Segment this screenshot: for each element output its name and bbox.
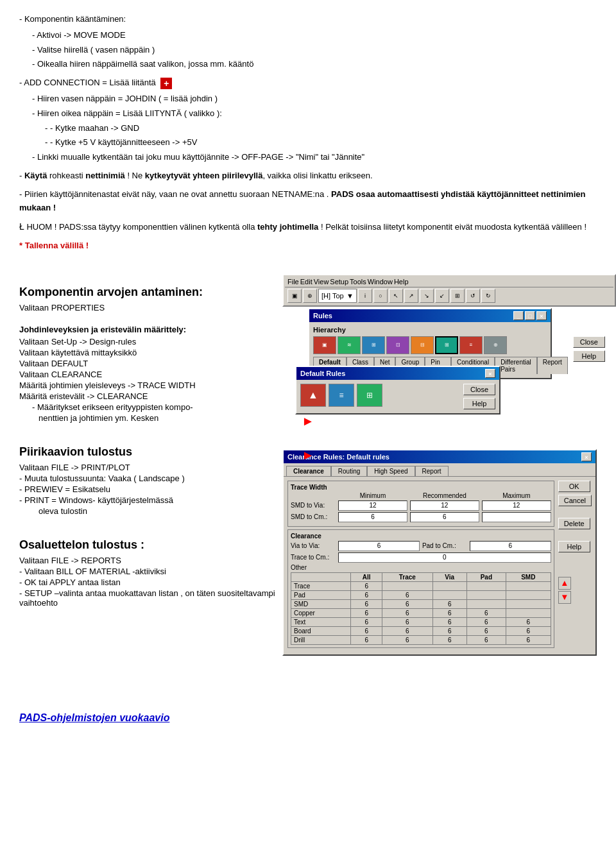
clearance-close-btn[interactable]: × — [581, 452, 592, 461]
ct-trace-smd — [506, 581, 551, 590]
tw-max-label: Maximum — [482, 492, 551, 499]
cl-trace-cm-label: Trace to Cm.: — [291, 554, 336, 561]
menu-edit[interactable]: Edit — [300, 278, 312, 286]
toolbar-btn-8[interactable]: ↙ — [435, 289, 449, 303]
clearance-label: Clearance — [291, 533, 551, 540]
turning-item-1: Aktivoi -> MOVE MODE — [32, 29, 597, 42]
default-rules-help-action-btn[interactable]: Help — [463, 398, 495, 409]
toolbar-btn-3[interactable]: i — [358, 289, 372, 303]
clearance-scroll-down-btn[interactable]: ▼ — [558, 591, 571, 604]
cl-trace-cm-input[interactable] — [338, 552, 551, 563]
clearance-ok-btn[interactable]: OK — [558, 481, 590, 492]
menu-window[interactable]: Window — [368, 278, 393, 286]
menu-setup[interactable]: Setup — [330, 278, 348, 286]
ct-smd-all: 6 — [351, 599, 382, 608]
ct-board-all: 6 — [351, 626, 382, 635]
hier-icon-3[interactable]: ⊞ — [362, 336, 385, 354]
menu-view[interactable]: View — [314, 278, 329, 286]
hier-icon-6[interactable]: ⊞ — [435, 336, 458, 354]
ct-h2: Trace — [382, 572, 433, 581]
ct-text-smd: 6 — [506, 617, 551, 626]
johdin-item-5: Määritä johtimien yleisleveys -> TRACE W… — [19, 380, 276, 390]
default-rules-close-btn[interactable]: × — [485, 369, 495, 378]
valitaan-properties: Valitaan PROPERTIES — [19, 303, 276, 312]
tw-smd-via-max[interactable] — [482, 500, 551, 511]
tw-smd-cm-label: SMD to Cm.: — [291, 513, 336, 520]
hier-icon-4[interactable]: ⊡ — [386, 336, 409, 354]
ct-h3: Via — [432, 572, 466, 581]
toolbar-btn-4[interactable]: ○ — [373, 289, 388, 303]
turning-section: - Komponentin kääntäminen: Aktivoi -> MO… — [19, 13, 597, 71]
dr-icon-3[interactable]: ⊞ — [357, 384, 382, 407]
hier-icon-7[interactable]: ≡ — [459, 336, 483, 354]
rules-maximize-btn[interactable]: □ — [525, 311, 535, 320]
left-column: Komponentin arvojen antaminen: Valitaan … — [19, 274, 276, 609]
clearance-body: Trace Width Minimum Recommended Maximum — [287, 481, 592, 651]
clearance-cancel-btn[interactable]: Cancel — [558, 495, 592, 506]
hier-icon-1[interactable]: ▣ — [313, 336, 336, 354]
menu-file[interactable]: File — [287, 278, 299, 286]
piirikaavio-item-3: - PREWIEV = Esikatselu — [19, 484, 276, 494]
johdin-item-1: Valitaan Set-Up -> Design-rules — [19, 337, 276, 346]
ct-trace-all: 6 — [351, 581, 382, 590]
clearance-scroll-up-btn[interactable]: ▲ — [558, 577, 571, 590]
tab-report[interactable]: Report — [537, 357, 568, 374]
menu-help[interactable]: Help — [394, 278, 409, 286]
dr-icon-2[interactable]: ≡ — [329, 384, 354, 407]
ct-copper-all: 6 — [351, 608, 382, 617]
hier-icon-8[interactable]: ⊕ — [484, 336, 507, 354]
ct-board-label: Board — [291, 626, 351, 635]
ct-copper-pad: 6 — [466, 608, 506, 617]
ct-pad-label: Pad — [291, 590, 351, 599]
clearance-section: Clearance Via to Via: Pad to Cm.: — [287, 529, 554, 648]
clearance-delete-btn[interactable]: Delete — [558, 518, 590, 529]
toolbar-btn-7[interactable]: ↘ — [420, 289, 434, 303]
tallenna-text: * Tallenna välillä ! — [19, 239, 597, 253]
dr-icon-1[interactable]: ▲ — [300, 384, 326, 407]
cl-pad-cm-input[interactable] — [470, 541, 551, 551]
default-rules-titlebar-btns: × — [485, 369, 495, 378]
footer-link[interactable]: PADS-ohjelmistojen vuokaavio — [19, 712, 597, 724]
rules-close-action-btn[interactable]: Close — [573, 336, 605, 348]
hier-icon-5[interactable]: ⊟ — [411, 336, 434, 354]
rules-close-btn[interactable]: × — [536, 311, 547, 320]
toolbar-btn-9[interactable]: ⊞ — [450, 289, 465, 303]
toolbar-btn-2[interactable]: ⊕ — [303, 289, 317, 303]
win-container: File Edit View Setup Tools Window Help ▣… — [282, 274, 616, 680]
hier-icon-2[interactable]: ≋ — [338, 336, 361, 354]
clearance-tab-routing[interactable]: Routing — [331, 466, 367, 476]
tw-smd-via-min[interactable] — [338, 500, 407, 511]
tab-diff-pairs[interactable]: Differential Pairs — [495, 357, 537, 374]
clearance-tab-report[interactable]: Report — [415, 466, 449, 476]
toolbar-btn-1[interactable]: ▣ — [287, 289, 302, 303]
tw-smd-cm-rec[interactable] — [410, 512, 479, 522]
tw-smd-via-rec[interactable] — [410, 500, 479, 511]
clearance-tab-clearance[interactable]: Clearance — [286, 466, 331, 476]
ct-trace-pad — [466, 581, 506, 590]
johdin-item-6: Määritä eristevälit -> CLEARANCE — [19, 391, 276, 401]
clearance-tab-highspeed[interactable]: High Speed — [367, 466, 415, 476]
johdin-item-8: nenttien ja johtimien ym. Kesken — [38, 413, 276, 423]
rules-minimize-btn[interactable]: _ — [513, 311, 524, 320]
toolbar-btn-6[interactable]: ↗ — [404, 289, 418, 303]
toolbar-btn-11[interactable]: ↻ — [481, 289, 495, 303]
tallenna-section: * Tallenna välillä ! — [19, 239, 597, 253]
ct-pad-trace: 6 — [382, 590, 433, 599]
tw-smd-cm-max[interactable] — [482, 512, 551, 522]
tw-rec-label: Recommended — [410, 492, 479, 499]
clearance-help-btn[interactable]: Help — [558, 541, 590, 552]
component-heading: Komponentin arvojen antaminen: — [19, 286, 276, 299]
ct-pad-via — [432, 590, 466, 599]
tw-smd-cm-min[interactable] — [338, 512, 407, 522]
toolbar-btn-5[interactable]: ↖ — [389, 289, 403, 303]
cl-via-via-input[interactable] — [338, 541, 420, 551]
toolbar-dropdown[interactable]: [H] Top ▼ — [318, 289, 357, 303]
rules-help-action-btn[interactable]: Help — [573, 350, 605, 362]
ct-board-trace: 6 — [382, 626, 433, 635]
default-rules-close-action-btn[interactable]: Close — [463, 384, 495, 395]
cl-pad-cm-label: Pad to Cm.: — [422, 542, 467, 549]
toolbar-btn-10[interactable]: ↺ — [466, 289, 480, 303]
osa-item-1: Valitaan FILE -> REPORTS — [19, 556, 276, 565]
footer-link-text[interactable]: PADS-ohjelmistojen vuokaavio — [19, 712, 169, 723]
menu-tools[interactable]: Tools — [350, 278, 366, 286]
